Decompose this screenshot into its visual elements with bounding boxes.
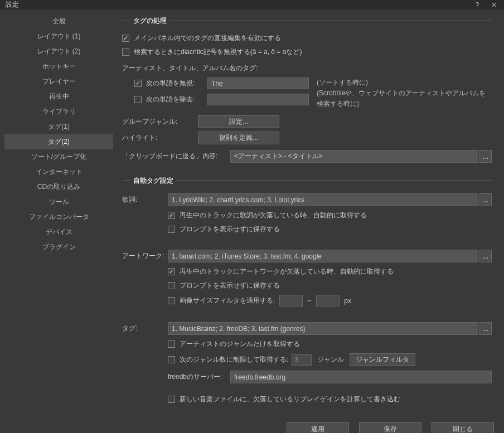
button-clipboard-more[interactable]: ... — [479, 150, 492, 163]
input-limit-genres-count[interactable] — [292, 354, 312, 366]
label-group-genre: グループジャンル: — [122, 117, 198, 127]
button-tags-sources-more[interactable]: ... — [479, 322, 492, 335]
hint-sort: (ソートする時に) — [317, 77, 492, 88]
input-artwork-sources[interactable] — [168, 250, 478, 262]
section-header-auto: 自動タグ設定 — [122, 176, 492, 186]
row-artwork-sources: ... — [168, 250, 492, 262]
sidebar-item-general[interactable]: 全般 — [4, 14, 113, 29]
sidebar-item-tools[interactable]: ツール — [4, 194, 113, 210]
label-lyrics-autofetch[interactable]: 再生中のトラックに歌詞が欠落している時、自動的に取得する — [180, 211, 367, 220]
section-title-tag-processing: タグの処理 — [130, 16, 170, 26]
block-lyrics: 歌詞: ... 再生中のトラックに歌詞が欠落している時、自動的に取得する — [122, 193, 492, 239]
artist-title-album-heading: アーティスト、タイトル、アルバム名のタグ: — [122, 64, 492, 73]
row-lyrics-silent: プロンプトを表示せずに保存する — [168, 225, 492, 234]
label-direct-edit[interactable]: メインパネル内でのタグの直接編集を有効にする — [134, 33, 281, 43]
section-title-auto-tag: 自動タグ設定 — [130, 176, 177, 186]
label-freedb: freedbのサーバー: — [168, 372, 230, 382]
checkbox-artwork-autofetch[interactable] — [168, 268, 175, 275]
label-limit-genres[interactable]: 次のジャンル数に制限して取得する: — [180, 355, 288, 364]
checkbox-ignore-words[interactable] — [134, 80, 142, 87]
row-diacritics: 検索するときにdiacritic記号を無視する(â = a, ô = oなど) — [122, 47, 492, 57]
titlebar-controls: ? ✕ — [473, 1, 498, 9]
checkbox-direct-edit[interactable] — [122, 35, 129, 42]
checkbox-replaygain[interactable] — [168, 396, 175, 403]
checkbox-lyrics-autofetch[interactable] — [168, 212, 175, 219]
input-ignore-words[interactable] — [207, 77, 309, 89]
window-title: 設定 — [6, 0, 473, 9]
label-artwork-sizefilter[interactable]: 画像サイズフィルタを適用する: — [180, 296, 275, 305]
button-group-genre-settings[interactable]: 設定... — [198, 115, 279, 128]
checkbox-artwork-silent[interactable] — [168, 282, 175, 289]
checkbox-diacritics[interactable] — [122, 48, 129, 56]
button-genre-filter[interactable]: ジャンルフィルタ — [350, 353, 415, 366]
body: 全般 レイアウト (1) レイアウト (2) ホットキー プレイヤー 再生中 ラ… — [0, 9, 504, 422]
sidebar: 全般 レイアウト (1) レイアウト (2) ホットキー プレイヤー 再生中 ラ… — [4, 9, 113, 417]
section-header: タグの処理 — [122, 16, 492, 26]
button-highlight-rules[interactable]: 規則を定義... — [198, 132, 279, 144]
close-icon[interactable]: ✕ — [490, 1, 498, 9]
checkbox-artist-genre-only[interactable] — [168, 340, 175, 348]
label-artwork: アートワーク: — [122, 250, 168, 311]
checkbox-remove-words[interactable] — [134, 96, 142, 103]
sidebar-item-layout2[interactable]: レイアウト (2) — [4, 44, 113, 59]
input-size-from[interactable] — [279, 295, 303, 306]
checkbox-lyrics-silent[interactable] — [168, 226, 175, 233]
input-tags-sources[interactable] — [168, 322, 478, 335]
label-highlight: ハイライト: — [122, 133, 198, 143]
label-artwork-autofetch[interactable]: 再生中のトラックにアートワークが欠落している時、自動的に取得する — [180, 267, 394, 276]
input-size-to[interactable] — [316, 295, 340, 306]
label-ignore-words[interactable]: 次の単語を無視: — [146, 79, 207, 88]
apply-button[interactable]: 適用 — [287, 422, 349, 433]
row-artwork-autofetch: 再生中のトラックにアートワークが欠落している時、自動的に取得する — [168, 267, 492, 276]
sidebar-item-internet[interactable]: インターネット — [4, 164, 113, 179]
sidebar-item-nowplaying[interactable]: 再生中 — [4, 89, 113, 104]
block-artwork: アートワーク: ... 再生中のトラックにアートワークが欠落している時、自動的に… — [122, 250, 492, 311]
checkbox-limit-genres[interactable] — [168, 356, 175, 363]
close-button[interactable]: 閉じる — [432, 422, 494, 433]
sidebar-item-cdrip[interactable]: CDの取り込み — [4, 179, 113, 194]
input-lyrics-sources[interactable] — [168, 193, 478, 206]
input-freedb-server[interactable] — [230, 371, 492, 383]
row-replaygain: 新しい音楽ファイルに、欠落しているリプレイゲインを計算して書き込む — [168, 395, 492, 404]
sidebar-item-converter[interactable]: ファイルコンバータ — [4, 210, 113, 225]
row-limit-genres: 次のジャンル数に制限して取得する: ジャンル ジャンルフィルタ — [168, 353, 492, 366]
button-lyrics-sources-more[interactable]: ... — [479, 193, 492, 206]
footer: 適用 保存 閉じる — [0, 422, 504, 433]
save-button[interactable]: 保存 — [359, 422, 421, 433]
button-artwork-sources-more[interactable]: ... — [479, 250, 492, 262]
row-highlight: ハイライト: 規則を定義... — [122, 132, 492, 144]
row-artist-genre-only: アーティストのジャンルだけを取得する — [168, 339, 492, 349]
label-replaygain[interactable]: 新しい音楽ファイルに、欠落しているリプレイゲインを計算して書き込む — [180, 395, 400, 404]
label-diacritics[interactable]: 検索するときにdiacritic記号を無視する(â = a, ô = oなど) — [134, 47, 302, 57]
sidebar-item-tags2[interactable]: タグ(2) — [4, 134, 113, 149]
checkbox-artwork-sizefilter[interactable] — [168, 297, 175, 304]
help-icon[interactable]: ? — [473, 1, 482, 9]
label-artist-genre-only[interactable]: アーティストのジャンルだけを取得する — [180, 339, 300, 349]
section-auto-tag: 自動タグ設定 歌詞: ... 再生中のトラックに歌詞が欠落している時、自動的に取… — [122, 176, 492, 404]
row-freedb: freedbのサーバー: — [168, 371, 492, 383]
row-group-genre: グループジャンル: 設定... — [122, 115, 492, 128]
row-direct-edit: メインパネル内でのタグの直接編集を有効にする — [122, 33, 492, 43]
label-remove-words[interactable]: 次の単語を除去: — [146, 95, 207, 104]
label-lyrics-silent[interactable]: プロンプトを表示せずに保存する — [180, 225, 280, 234]
label-lyrics: 歌詞: — [122, 193, 168, 239]
input-clipboard-format[interactable] — [230, 150, 478, 163]
sidebar-item-plugins[interactable]: プラグイン — [4, 240, 113, 255]
sidebar-item-layout1[interactable]: レイアウト (1) — [4, 29, 113, 44]
tilde: ～ — [306, 296, 313, 305]
sidebar-item-hotkeys[interactable]: ホットキー — [4, 59, 113, 74]
sidebar-item-sorting[interactable]: ソート/グループ化 — [4, 149, 113, 164]
sidebar-item-devices[interactable]: デバイス — [4, 225, 113, 240]
label-clipboard: 「クリップボードに送る」内容: — [122, 152, 230, 161]
sidebar-item-player[interactable]: プレイヤー — [4, 74, 113, 89]
label-artwork-silent[interactable]: プロンプトを表示せずに保存する — [180, 281, 280, 290]
main-panel: タグの処理 メインパネル内でのタグの直接編集を有効にする 検索するときにdiac… — [113, 9, 500, 417]
sidebar-item-library[interactable]: ライブラリ — [4, 104, 113, 119]
label-genre-unit: ジャンル — [317, 355, 344, 364]
sidebar-item-tags1[interactable]: タグ(1) — [4, 119, 113, 134]
ignore-hints: (ソートする時に) (Scrobbleや、ウェブサイトのアーティストやアルバムを… — [317, 77, 492, 110]
row-artwork-silent: プロンプトを表示せずに保存する — [168, 281, 492, 290]
input-remove-words[interactable] — [207, 94, 309, 105]
row-remove-words: 次の単語を除去: — [134, 94, 309, 105]
row-lyrics-autofetch: 再生中のトラックに歌詞が欠落している時、自動的に取得する — [168, 211, 492, 220]
